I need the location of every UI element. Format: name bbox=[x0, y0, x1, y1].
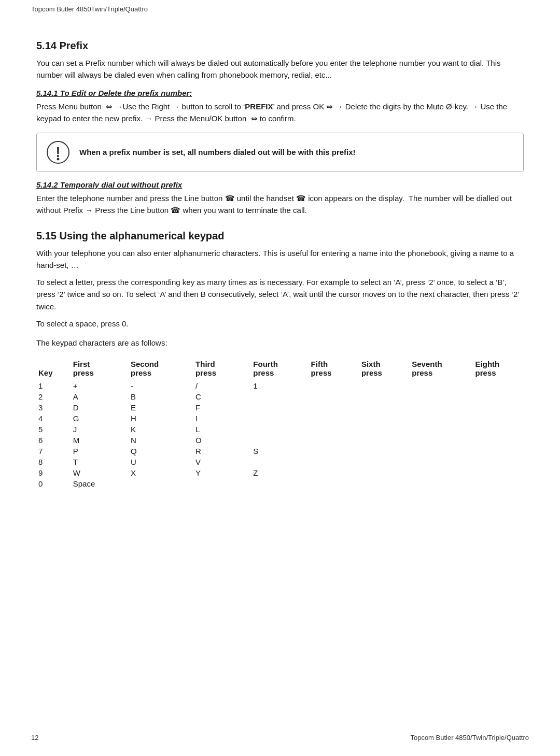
cell-seventh bbox=[410, 391, 473, 402]
cell-fifth bbox=[309, 467, 359, 478]
cell-seventh bbox=[410, 457, 473, 467]
cell-second: K bbox=[129, 424, 193, 435]
cell-key: 1 bbox=[36, 380, 71, 391]
cell-first: + bbox=[71, 380, 129, 391]
cell-first: P bbox=[71, 446, 129, 457]
section-514-title: 5.14 Prefix bbox=[36, 40, 524, 52]
cell-fifth bbox=[309, 413, 359, 424]
cell-fourth bbox=[251, 413, 309, 424]
cell-key: 4 bbox=[36, 413, 71, 424]
cell-eighth bbox=[473, 391, 524, 402]
cell-first: T bbox=[71, 457, 129, 467]
cell-first: D bbox=[71, 402, 129, 413]
cell-seventh bbox=[410, 424, 473, 435]
subsection-5142-body: Enter the telephone number and press the… bbox=[36, 192, 524, 217]
col-header-first: First press bbox=[71, 358, 129, 380]
cell-fourth bbox=[251, 424, 309, 435]
cell-seventh bbox=[410, 413, 473, 424]
cell-fifth bbox=[309, 424, 359, 435]
section-514-body1: You can set a Prefix number which will a… bbox=[36, 57, 524, 81]
col-header-sixth: Sixth press bbox=[359, 358, 410, 380]
cell-sixth bbox=[359, 478, 410, 489]
cell-third: O bbox=[193, 435, 251, 446]
page-content: 5.14 Prefix You can set a Prefix number … bbox=[0, 16, 560, 520]
cell-second: H bbox=[129, 413, 193, 424]
cell-third: F bbox=[193, 402, 251, 413]
cell-second: X bbox=[129, 467, 193, 478]
cell-first: M bbox=[71, 435, 129, 446]
footer-brand: Topcom Butler 4850/Twin/Triple/Quattro bbox=[410, 734, 529, 741]
cell-fifth bbox=[309, 402, 359, 413]
section-514: 5.14 Prefix You can set a Prefix number … bbox=[36, 40, 524, 217]
cell-fifth bbox=[309, 457, 359, 467]
cell-sixth bbox=[359, 467, 410, 478]
table-row: 7PQRS bbox=[36, 446, 524, 457]
cell-third: L bbox=[193, 424, 251, 435]
cell-fourth bbox=[251, 457, 309, 467]
col-header-key: Key bbox=[36, 358, 71, 380]
col-header-fifth: Fifth press bbox=[309, 358, 359, 380]
cell-sixth bbox=[359, 424, 410, 435]
cell-fifth bbox=[309, 391, 359, 402]
cell-first: G bbox=[71, 413, 129, 424]
cell-third: R bbox=[193, 446, 251, 457]
cell-first: A bbox=[71, 391, 129, 402]
svg-text:!: ! bbox=[55, 144, 60, 160]
table-row: 0Space bbox=[36, 478, 524, 489]
cell-eighth bbox=[473, 413, 524, 424]
cell-seventh bbox=[410, 446, 473, 457]
table-row: 9WXYZ bbox=[36, 467, 524, 478]
cell-third bbox=[193, 478, 251, 489]
footer-page-number: 12 bbox=[31, 734, 38, 741]
section-515-title: 5.15 Using the alphanumerical keypad bbox=[36, 230, 524, 242]
cell-third: / bbox=[193, 380, 251, 391]
svg-point-2 bbox=[57, 158, 60, 161]
cell-seventh bbox=[410, 467, 473, 478]
cell-sixth bbox=[359, 402, 410, 413]
section-515: 5.15 Using the alphanumerical keypad Wit… bbox=[36, 230, 524, 490]
cell-fifth bbox=[309, 380, 359, 391]
cell-fourth: Z bbox=[251, 467, 309, 478]
cell-fourth bbox=[251, 402, 309, 413]
cell-key: 0 bbox=[36, 478, 71, 489]
table-row: 8TUV bbox=[36, 457, 524, 467]
section-515-body1: With your telephone you can also enter a… bbox=[36, 247, 524, 272]
cell-second bbox=[129, 478, 193, 489]
table-row: 3DEF bbox=[36, 402, 524, 413]
header-text: Topcom Butler 4850Twin/Triple/Quattro bbox=[31, 5, 148, 13]
table-row: 5JKL bbox=[36, 424, 524, 435]
cell-fourth bbox=[251, 478, 309, 489]
cell-sixth bbox=[359, 435, 410, 446]
cell-sixth bbox=[359, 413, 410, 424]
table-header-row: Key First press Second press Third pre bbox=[36, 358, 524, 380]
cell-eighth bbox=[473, 424, 524, 435]
table-row: 2ABC bbox=[36, 391, 524, 402]
cell-key: 6 bbox=[36, 435, 71, 446]
cell-second: B bbox=[129, 391, 193, 402]
table-row: 4GHI bbox=[36, 413, 524, 424]
cell-second: E bbox=[129, 402, 193, 413]
cell-fourth bbox=[251, 435, 309, 446]
cell-fourth bbox=[251, 391, 309, 402]
cell-third: V bbox=[193, 457, 251, 467]
cell-eighth bbox=[473, 380, 524, 391]
col-header-third: Third press bbox=[193, 358, 251, 380]
subsection-5142-title: 5.14.2 Temporaly dial out without prefix bbox=[36, 180, 524, 189]
subsection-5141-title: 5.14.1 To Edit or Delete the prefix numb… bbox=[36, 89, 524, 97]
table-row: 1+-/1 bbox=[36, 380, 524, 391]
cell-second: Q bbox=[129, 446, 193, 457]
notice-icon: ! bbox=[46, 140, 70, 164]
page-header: Topcom Butler 4850Twin/Triple/Quattro bbox=[0, 0, 560, 16]
cell-fourth: 1 bbox=[251, 380, 309, 391]
cell-eighth bbox=[473, 467, 524, 478]
col-header-fourth: Fourth press bbox=[251, 358, 309, 380]
cell-eighth bbox=[473, 402, 524, 413]
cell-eighth bbox=[473, 478, 524, 489]
cell-second: N bbox=[129, 435, 193, 446]
cell-second: - bbox=[129, 380, 193, 391]
cell-key: 7 bbox=[36, 446, 71, 457]
cell-fourth: S bbox=[251, 446, 309, 457]
cell-third: C bbox=[193, 391, 251, 402]
cell-sixth bbox=[359, 446, 410, 457]
section-515-body3: To select a space, press 0. bbox=[36, 318, 524, 330]
